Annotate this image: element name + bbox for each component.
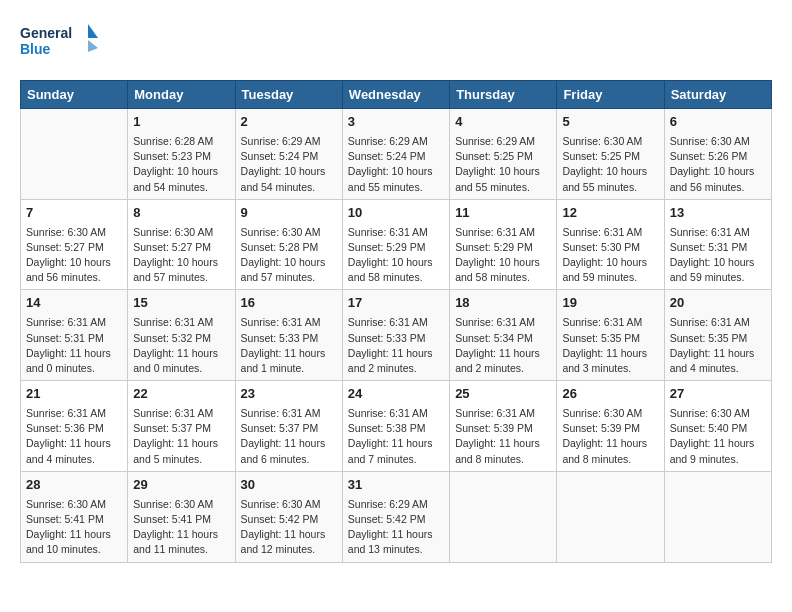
svg-text:Blue: Blue bbox=[20, 41, 51, 57]
day-number: 4 bbox=[455, 113, 551, 132]
day-number: 16 bbox=[241, 294, 337, 313]
day-info: Sunrise: 6:31 AM Sunset: 5:37 PM Dayligh… bbox=[133, 406, 229, 467]
day-info: Sunrise: 6:31 AM Sunset: 5:36 PM Dayligh… bbox=[26, 406, 122, 467]
day-number: 19 bbox=[562, 294, 658, 313]
logo: General Blue bbox=[20, 20, 100, 64]
day-info: Sunrise: 6:28 AM Sunset: 5:23 PM Dayligh… bbox=[133, 134, 229, 195]
weekday-header: Sunday bbox=[21, 81, 128, 109]
calendar-cell: 30Sunrise: 6:30 AM Sunset: 5:42 PM Dayli… bbox=[235, 471, 342, 562]
day-info: Sunrise: 6:30 AM Sunset: 5:27 PM Dayligh… bbox=[133, 225, 229, 286]
calendar-cell bbox=[21, 109, 128, 200]
calendar-cell: 4Sunrise: 6:29 AM Sunset: 5:25 PM Daylig… bbox=[450, 109, 557, 200]
calendar-cell bbox=[557, 471, 664, 562]
day-info: Sunrise: 6:31 AM Sunset: 5:33 PM Dayligh… bbox=[348, 315, 444, 376]
calendar-cell: 5Sunrise: 6:30 AM Sunset: 5:25 PM Daylig… bbox=[557, 109, 664, 200]
day-info: Sunrise: 6:31 AM Sunset: 5:29 PM Dayligh… bbox=[348, 225, 444, 286]
day-info: Sunrise: 6:31 AM Sunset: 5:31 PM Dayligh… bbox=[670, 225, 766, 286]
logo-svg: General Blue bbox=[20, 20, 100, 64]
calendar-cell: 7Sunrise: 6:30 AM Sunset: 5:27 PM Daylig… bbox=[21, 199, 128, 290]
calendar-cell bbox=[450, 471, 557, 562]
calendar-cell: 8Sunrise: 6:30 AM Sunset: 5:27 PM Daylig… bbox=[128, 199, 235, 290]
day-number: 28 bbox=[26, 476, 122, 495]
calendar-cell: 27Sunrise: 6:30 AM Sunset: 5:40 PM Dayli… bbox=[664, 381, 771, 472]
calendar-cell: 24Sunrise: 6:31 AM Sunset: 5:38 PM Dayli… bbox=[342, 381, 449, 472]
calendar-week-row: 28Sunrise: 6:30 AM Sunset: 5:41 PM Dayli… bbox=[21, 471, 772, 562]
day-info: Sunrise: 6:29 AM Sunset: 5:25 PM Dayligh… bbox=[455, 134, 551, 195]
calendar-cell: 9Sunrise: 6:30 AM Sunset: 5:28 PM Daylig… bbox=[235, 199, 342, 290]
svg-marker-3 bbox=[88, 40, 98, 52]
calendar-week-row: 7Sunrise: 6:30 AM Sunset: 5:27 PM Daylig… bbox=[21, 199, 772, 290]
day-number: 25 bbox=[455, 385, 551, 404]
day-info: Sunrise: 6:30 AM Sunset: 5:27 PM Dayligh… bbox=[26, 225, 122, 286]
day-info: Sunrise: 6:30 AM Sunset: 5:39 PM Dayligh… bbox=[562, 406, 658, 467]
calendar-cell: 2Sunrise: 6:29 AM Sunset: 5:24 PM Daylig… bbox=[235, 109, 342, 200]
calendar-week-row: 1Sunrise: 6:28 AM Sunset: 5:23 PM Daylig… bbox=[21, 109, 772, 200]
day-number: 26 bbox=[562, 385, 658, 404]
day-number: 9 bbox=[241, 204, 337, 223]
day-info: Sunrise: 6:31 AM Sunset: 5:34 PM Dayligh… bbox=[455, 315, 551, 376]
calendar-cell: 10Sunrise: 6:31 AM Sunset: 5:29 PM Dayli… bbox=[342, 199, 449, 290]
day-number: 30 bbox=[241, 476, 337, 495]
day-number: 20 bbox=[670, 294, 766, 313]
calendar-cell: 12Sunrise: 6:31 AM Sunset: 5:30 PM Dayli… bbox=[557, 199, 664, 290]
weekday-header: Monday bbox=[128, 81, 235, 109]
day-number: 1 bbox=[133, 113, 229, 132]
calendar-cell: 26Sunrise: 6:30 AM Sunset: 5:39 PM Dayli… bbox=[557, 381, 664, 472]
calendar-cell: 11Sunrise: 6:31 AM Sunset: 5:29 PM Dayli… bbox=[450, 199, 557, 290]
day-info: Sunrise: 6:31 AM Sunset: 5:39 PM Dayligh… bbox=[455, 406, 551, 467]
day-number: 7 bbox=[26, 204, 122, 223]
calendar-cell: 1Sunrise: 6:28 AM Sunset: 5:23 PM Daylig… bbox=[128, 109, 235, 200]
day-number: 15 bbox=[133, 294, 229, 313]
day-number: 18 bbox=[455, 294, 551, 313]
calendar-cell: 3Sunrise: 6:29 AM Sunset: 5:24 PM Daylig… bbox=[342, 109, 449, 200]
weekday-header: Saturday bbox=[664, 81, 771, 109]
day-info: Sunrise: 6:30 AM Sunset: 5:42 PM Dayligh… bbox=[241, 497, 337, 558]
day-info: Sunrise: 6:31 AM Sunset: 5:29 PM Dayligh… bbox=[455, 225, 551, 286]
day-number: 10 bbox=[348, 204, 444, 223]
calendar-cell bbox=[664, 471, 771, 562]
calendar-cell: 6Sunrise: 6:30 AM Sunset: 5:26 PM Daylig… bbox=[664, 109, 771, 200]
calendar-cell: 19Sunrise: 6:31 AM Sunset: 5:35 PM Dayli… bbox=[557, 290, 664, 381]
day-number: 14 bbox=[26, 294, 122, 313]
svg-text:General: General bbox=[20, 25, 72, 41]
calendar-cell: 15Sunrise: 6:31 AM Sunset: 5:32 PM Dayli… bbox=[128, 290, 235, 381]
day-number: 11 bbox=[455, 204, 551, 223]
calendar-cell: 25Sunrise: 6:31 AM Sunset: 5:39 PM Dayli… bbox=[450, 381, 557, 472]
day-info: Sunrise: 6:31 AM Sunset: 5:31 PM Dayligh… bbox=[26, 315, 122, 376]
weekday-header: Tuesday bbox=[235, 81, 342, 109]
calendar-cell: 16Sunrise: 6:31 AM Sunset: 5:33 PM Dayli… bbox=[235, 290, 342, 381]
day-info: Sunrise: 6:31 AM Sunset: 5:35 PM Dayligh… bbox=[562, 315, 658, 376]
day-number: 3 bbox=[348, 113, 444, 132]
day-info: Sunrise: 6:30 AM Sunset: 5:25 PM Dayligh… bbox=[562, 134, 658, 195]
day-number: 12 bbox=[562, 204, 658, 223]
day-info: Sunrise: 6:30 AM Sunset: 5:26 PM Dayligh… bbox=[670, 134, 766, 195]
day-number: 24 bbox=[348, 385, 444, 404]
day-number: 23 bbox=[241, 385, 337, 404]
weekday-header: Wednesday bbox=[342, 81, 449, 109]
page-header: General Blue bbox=[20, 20, 772, 64]
day-number: 21 bbox=[26, 385, 122, 404]
day-info: Sunrise: 6:29 AM Sunset: 5:24 PM Dayligh… bbox=[241, 134, 337, 195]
day-number: 27 bbox=[670, 385, 766, 404]
calendar-cell: 31Sunrise: 6:29 AM Sunset: 5:42 PM Dayli… bbox=[342, 471, 449, 562]
calendar-cell: 28Sunrise: 6:30 AM Sunset: 5:41 PM Dayli… bbox=[21, 471, 128, 562]
day-info: Sunrise: 6:30 AM Sunset: 5:41 PM Dayligh… bbox=[26, 497, 122, 558]
day-number: 22 bbox=[133, 385, 229, 404]
day-number: 31 bbox=[348, 476, 444, 495]
calendar-table: SundayMondayTuesdayWednesdayThursdayFrid… bbox=[20, 80, 772, 563]
day-info: Sunrise: 6:30 AM Sunset: 5:40 PM Dayligh… bbox=[670, 406, 766, 467]
calendar-cell: 13Sunrise: 6:31 AM Sunset: 5:31 PM Dayli… bbox=[664, 199, 771, 290]
calendar-cell: 23Sunrise: 6:31 AM Sunset: 5:37 PM Dayli… bbox=[235, 381, 342, 472]
calendar-cell: 29Sunrise: 6:30 AM Sunset: 5:41 PM Dayli… bbox=[128, 471, 235, 562]
day-info: Sunrise: 6:31 AM Sunset: 5:38 PM Dayligh… bbox=[348, 406, 444, 467]
calendar-cell: 20Sunrise: 6:31 AM Sunset: 5:35 PM Dayli… bbox=[664, 290, 771, 381]
day-info: Sunrise: 6:29 AM Sunset: 5:42 PM Dayligh… bbox=[348, 497, 444, 558]
day-info: Sunrise: 6:29 AM Sunset: 5:24 PM Dayligh… bbox=[348, 134, 444, 195]
calendar-cell: 22Sunrise: 6:31 AM Sunset: 5:37 PM Dayli… bbox=[128, 381, 235, 472]
day-info: Sunrise: 6:31 AM Sunset: 5:37 PM Dayligh… bbox=[241, 406, 337, 467]
day-info: Sunrise: 6:31 AM Sunset: 5:35 PM Dayligh… bbox=[670, 315, 766, 376]
calendar-cell: 21Sunrise: 6:31 AM Sunset: 5:36 PM Dayli… bbox=[21, 381, 128, 472]
day-number: 17 bbox=[348, 294, 444, 313]
day-number: 13 bbox=[670, 204, 766, 223]
day-number: 5 bbox=[562, 113, 658, 132]
